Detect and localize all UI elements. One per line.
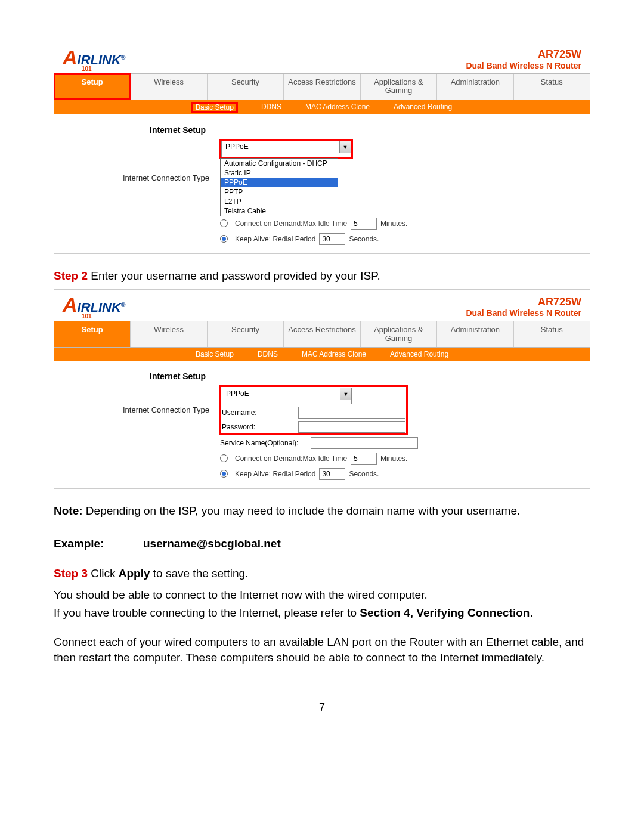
subtab-mac[interactable]: MAC Address Clone: [302, 350, 366, 358]
service-label: Service Name(Optional):: [220, 439, 306, 447]
cod-unit: Minutes.: [380, 454, 407, 463]
section-title: Internet Setup: [150, 125, 590, 135]
tab-apps[interactable]: Applications & Gaming: [361, 321, 437, 347]
para-connect-now: You should be able to connect to the Int…: [54, 587, 590, 603]
conn-type-select[interactable]: PPPoE▼: [222, 388, 352, 404]
radio-keep-alive[interactable]: [220, 235, 228, 243]
keep-alive-label: Keep Alive: Redial Period: [235, 470, 315, 478]
radio-keep-alive[interactable]: [220, 470, 228, 478]
password-label: Password:: [222, 423, 293, 431]
conn-type-label: Internet Connection Type: [54, 405, 220, 414]
tab-security[interactable]: Security: [208, 74, 284, 100]
username-label: Username:: [222, 408, 293, 417]
conn-type-select[interactable]: PPPoE ▼: [221, 141, 351, 157]
subtab-basic[interactable]: Basic Setup: [196, 350, 234, 358]
username-input[interactable]: [298, 407, 405, 419]
subtab-ddns[interactable]: DDNS: [258, 350, 278, 358]
model-name: AR725W: [466, 296, 581, 308]
cod-minutes-input[interactable]: [351, 453, 377, 465]
subtab-basic[interactable]: Basic Setup: [192, 103, 237, 112]
tab-access[interactable]: Access Restrictions: [284, 321, 360, 347]
tab-status[interactable]: Status: [514, 321, 590, 347]
cod-minutes-input[interactable]: [351, 218, 377, 230]
sub-tabs: Basic Setup DDNS MAC Address Clone Advan…: [54, 348, 590, 361]
note-text: Note: Depending on the ISP, you may need…: [54, 503, 590, 519]
tab-setup[interactable]: Setup: [54, 321, 131, 347]
chevron-down-icon: ▼: [340, 388, 351, 400]
service-input[interactable]: [311, 437, 418, 449]
para-lan: Connect each of your wired computers to …: [54, 634, 590, 665]
tab-apps[interactable]: Applications & Gaming: [361, 74, 437, 100]
option-dhcp[interactable]: Automatic Configuration - DHCP: [221, 159, 338, 168]
model-subtitle: Dual Band Wireless N Router: [466, 308, 581, 318]
keep-alive-input[interactable]: [319, 468, 345, 480]
subtab-routing[interactable]: Advanced Routing: [394, 103, 452, 112]
keep-alive-unit: Seconds.: [349, 235, 379, 243]
subtab-mac[interactable]: MAC Address Clone: [305, 103, 370, 112]
option-pptp[interactable]: PPTP: [221, 187, 338, 197]
keep-alive-input[interactable]: [319, 233, 345, 245]
main-tabs: Setup Wireless Security Access Restricti…: [54, 321, 590, 348]
keep-alive-label: Keep Alive: Redial Period: [235, 235, 315, 243]
step2-text: Step 2 Enter your username and password …: [54, 268, 590, 284]
tab-access[interactable]: Access Restrictions: [284, 74, 360, 100]
subtab-ddns[interactable]: DDNS: [261, 103, 281, 112]
brand-logo: AIRLINK®101: [63, 46, 125, 72]
password-input[interactable]: [298, 421, 405, 433]
cod-label-obscured: Connect on Demand:Max Idle Time: [235, 219, 347, 228]
example-line: Example:username@sbcglobal.net: [54, 537, 590, 550]
option-telstra[interactable]: Telstra Cable: [221, 206, 338, 216]
radio-connect-on-demand[interactable]: [220, 219, 228, 227]
tab-status[interactable]: Status: [514, 74, 590, 100]
step3-text: Step 3 Click Apply to save the setting.: [54, 566, 590, 581]
conn-type-label: Internet Connection Type: [54, 174, 220, 182]
tab-admin[interactable]: Administration: [437, 74, 513, 100]
conn-type-dropdown[interactable]: Automatic Configuration - DHCP Static IP…: [220, 158, 338, 216]
tab-admin[interactable]: Administration: [437, 321, 513, 347]
tab-setup[interactable]: Setup: [54, 74, 131, 100]
sub-tabs: Basic Setup DDNS MAC Address Clone Advan…: [54, 100, 590, 114]
radio-connect-on-demand[interactable]: [220, 454, 228, 462]
section-title: Internet Setup: [150, 371, 590, 381]
main-tabs: Setup Wireless Security Access Restricti…: [54, 73, 590, 100]
model-subtitle: Dual Band Wireless N Router: [466, 61, 581, 70]
option-l2tp[interactable]: L2TP: [221, 197, 338, 206]
tab-wireless[interactable]: Wireless: [131, 74, 207, 100]
option-static[interactable]: Static IP: [221, 168, 338, 178]
tab-wireless[interactable]: Wireless: [131, 321, 207, 347]
router-screenshot-2: AIRLINK®101 AR725W Dual Band Wireless N …: [54, 289, 590, 489]
para-trouble: If you have trouble connecting to the In…: [54, 605, 590, 621]
option-pppoe[interactable]: PPPoE: [221, 178, 338, 187]
tab-security[interactable]: Security: [208, 321, 284, 347]
keep-alive-unit: Seconds.: [349, 470, 379, 478]
chevron-down-icon: ▼: [339, 141, 351, 153]
router-screenshot-1: AIRLINK®101 AR725W Dual Band Wireless N …: [54, 42, 590, 254]
brand-logo: AIRLINK®101: [63, 293, 125, 320]
cod-unit: Minutes.: [380, 219, 407, 228]
cod-label: Connect on Demand:Max Idle Time: [235, 454, 347, 463]
page-number: 7: [54, 701, 590, 714]
model-name: AR725W: [466, 48, 581, 61]
subtab-routing[interactable]: Advanced Routing: [390, 350, 448, 358]
